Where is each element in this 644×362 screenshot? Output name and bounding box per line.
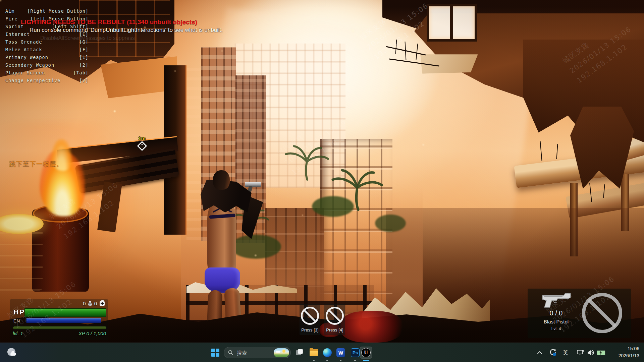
keybind-key: [2] bbox=[79, 62, 89, 68]
unreal-engine-icon: U bbox=[361, 348, 371, 357]
ammo-count: 0 / 0 bbox=[528, 309, 585, 317]
word-button[interactable]: W bbox=[335, 347, 347, 359]
vegetation bbox=[312, 196, 354, 217]
keybind-label: Primary Weapon bbox=[5, 55, 48, 60]
pistol-icon bbox=[540, 292, 573, 309]
unreal-engine-button[interactable]: U bbox=[360, 347, 372, 359]
battery-charging-icon bbox=[597, 350, 605, 355]
screen: Aim[Right Mouse Button] Fire[Left Mouse … bbox=[0, 0, 644, 362]
network-icon bbox=[577, 349, 585, 356]
volume-icon bbox=[587, 350, 594, 356]
keybind-row: Player Screen[Tab] bbox=[5, 69, 89, 76]
grenade-icon bbox=[88, 301, 92, 306]
keybind-label: Melee Attack bbox=[5, 47, 42, 52]
clock-date: 2026/1/13 bbox=[619, 352, 639, 359]
search-highlight-thumbnail[interactable] bbox=[274, 348, 289, 357]
pistol bbox=[245, 182, 261, 187]
moon-cloud-weather-icon bbox=[7, 348, 17, 358]
quick-settings-button[interactable] bbox=[573, 347, 609, 359]
search-input[interactable] bbox=[236, 350, 274, 356]
chevron-up-icon bbox=[537, 351, 542, 354]
palm-tree bbox=[282, 141, 332, 181]
medkit-count: 0 bbox=[94, 301, 97, 306]
keybind-label: Player Screen bbox=[5, 70, 45, 75]
photoshop-button[interactable]: Ps bbox=[349, 347, 361, 359]
file-explorer-button[interactable] bbox=[308, 347, 320, 359]
clock-time: 15:06 bbox=[619, 345, 639, 352]
red-creature bbox=[340, 311, 402, 343]
weapon-slot-4-prompt: Press [4] bbox=[324, 304, 345, 335]
keybind-label: Interact bbox=[5, 32, 30, 37]
keybind-label: Change Perspective bbox=[5, 78, 60, 83]
keybind-label: Aim bbox=[5, 8, 14, 14]
windows-logo-icon bbox=[211, 349, 219, 357]
window-frame bbox=[450, 4, 453, 42]
update-sync-tray-button[interactable] bbox=[547, 347, 558, 359]
equipped-weapon-panel: 0 / 0 Blast Pistol Lvl. 4 bbox=[528, 289, 631, 338]
xp-text: XP 0 / 1,000 bbox=[78, 330, 106, 336]
keybind-row: Change Perspective[V] bbox=[5, 76, 89, 84]
prohibition-icon bbox=[326, 307, 344, 325]
ime-language-button[interactable]: 英 bbox=[560, 347, 571, 359]
en-label: EN bbox=[13, 318, 20, 323]
waypoint-distance: 1m bbox=[134, 135, 150, 141]
start-button[interactable] bbox=[209, 347, 221, 359]
prohibition-icon bbox=[301, 307, 319, 325]
tray-overflow-button[interactable] bbox=[535, 347, 545, 359]
keybind-row: Melee Attack[F] bbox=[5, 46, 89, 53]
edge-icon bbox=[323, 348, 332, 357]
keybind-key: [F] bbox=[79, 47, 89, 52]
keybind-label: Fire bbox=[5, 16, 18, 21]
prompt-label: Press [4] bbox=[326, 327, 343, 333]
folder-icon bbox=[310, 349, 318, 356]
taskbar-clock[interactable]: 15:06 2026/1/13 bbox=[619, 345, 639, 359]
weather-widget-button[interactable] bbox=[6, 347, 18, 359]
running-indicator bbox=[326, 360, 328, 361]
keybind-key: [Tab] bbox=[73, 70, 89, 75]
lighting-rebuild-warning: LIGHTING NEEDS TO BE REBUILT (11,340 unb… bbox=[21, 18, 197, 26]
active-app-indicator bbox=[363, 360, 369, 361]
running-indicator bbox=[340, 360, 341, 361]
keybind-row: Secondary Weapon[2] bbox=[5, 61, 89, 69]
keybind-label: Toss Grenade bbox=[5, 39, 42, 45]
hp-bar bbox=[24, 308, 106, 317]
keybind-key: [V] bbox=[79, 78, 89, 83]
running-indicator bbox=[354, 360, 356, 361]
search-icon bbox=[228, 350, 233, 355]
keybind-key: [1] bbox=[79, 55, 89, 60]
waypoint-diamond-icon bbox=[137, 141, 147, 151]
windows-taskbar: W Ps U 英 bbox=[0, 343, 644, 362]
keybind-label: Secondary Weapon bbox=[5, 62, 54, 68]
weapon-level: Lvl. 4 bbox=[528, 326, 585, 331]
prompt-label: Press [3] bbox=[301, 327, 318, 333]
taskbar-search[interactable] bbox=[224, 347, 291, 358]
player-status-panel: 0 0 HP EN lvl. 1 XP 0 / 1,000 bbox=[10, 299, 108, 340]
task-view-button[interactable] bbox=[293, 347, 306, 359]
ime-indicator: 英 bbox=[563, 349, 568, 356]
weapon-name: Blast Pistol bbox=[528, 319, 585, 324]
task-view-icon bbox=[296, 349, 303, 356]
console-command-hint: Run console command 'DumpUnbuiltLightInt… bbox=[30, 27, 223, 34]
edge-browser-button[interactable] bbox=[321, 347, 333, 359]
keybind-row: Primary Weapon[1] bbox=[5, 53, 89, 61]
level-text: lvl. 1 bbox=[13, 330, 23, 336]
vegetation bbox=[375, 215, 406, 232]
player-torso bbox=[207, 199, 236, 277]
objective-text: 跳下至下一楼层。 bbox=[9, 160, 63, 168]
game-viewport: Aim[Right Mouse Button] Fire[Left Mouse … bbox=[0, 0, 644, 343]
player-head bbox=[213, 170, 230, 190]
suppress-messages-hint: DisableAllScreenMessages to suppress bbox=[40, 35, 135, 41]
consumable-counters: 0 0 bbox=[83, 301, 105, 306]
medkit-icon bbox=[100, 301, 105, 306]
word-icon: W bbox=[336, 348, 345, 357]
prohibition-icon bbox=[582, 293, 622, 333]
keybind-key: [Right Mouse Button] bbox=[27, 8, 89, 14]
hp-label: HP bbox=[13, 308, 25, 316]
en-bar bbox=[26, 318, 101, 323]
grenade-count: 0 bbox=[83, 301, 86, 306]
weapon-slot-3-prompt: Press [3] bbox=[300, 304, 320, 335]
keybind-row: Aim[Right Mouse Button] bbox=[5, 7, 89, 15]
waypoint-marker: 1m bbox=[134, 135, 150, 149]
photoshop-icon: Ps bbox=[351, 348, 360, 357]
floating-embers bbox=[0, 0, 1, 1]
